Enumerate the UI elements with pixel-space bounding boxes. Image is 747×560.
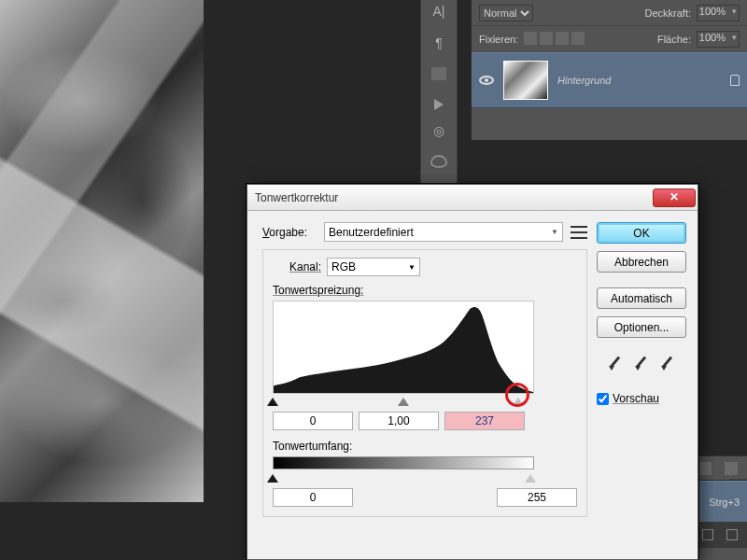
output-gradient[interactable] bbox=[273, 456, 534, 469]
document-image[interactable] bbox=[0, 0, 204, 502]
preview-checkbox-row[interactable]: Vorschau bbox=[597, 392, 686, 405]
right-tool-strip: A| ¶ ◎ bbox=[420, 0, 458, 187]
output-sliders[interactable] bbox=[273, 469, 536, 483]
layer-thumbnail[interactable] bbox=[503, 61, 548, 100]
highlights-slider[interactable] bbox=[513, 398, 524, 406]
levels-dialog: Tonwertkorrektur ✕ Vorgabe: Benutzerdefi… bbox=[247, 184, 698, 560]
type-icon[interactable]: A| bbox=[430, 4, 448, 22]
output-low-slider[interactable] bbox=[267, 474, 278, 483]
new-channel-icon[interactable] bbox=[702, 529, 713, 540]
preset-menu-icon[interactable] bbox=[571, 226, 587, 239]
histogram-label: Tonwertspreizung: bbox=[273, 284, 577, 297]
opacity-label: Deckkraft: bbox=[644, 7, 691, 19]
cancel-button[interactable]: Abbrechen bbox=[597, 251, 686, 273]
midtones-input[interactable] bbox=[359, 412, 439, 430]
dialog-titlebar[interactable]: Tonwertkorrektur ✕ bbox=[247, 185, 698, 211]
output-high-input[interactable] bbox=[497, 488, 577, 507]
fill-label: Fläche: bbox=[657, 34, 691, 45]
target-icon[interactable]: ◎ bbox=[430, 123, 448, 142]
white-eyedropper-icon[interactable] bbox=[659, 355, 676, 371]
trash-icon[interactable] bbox=[725, 462, 738, 475]
swatches-icon[interactable] bbox=[430, 155, 447, 168]
visibility-eye-icon[interactable] bbox=[479, 76, 494, 85]
preview-checkbox[interactable] bbox=[597, 393, 609, 405]
delete-channel-icon[interactable] bbox=[726, 529, 738, 540]
highlights-input[interactable] bbox=[444, 412, 525, 430]
shadows-input[interactable] bbox=[273, 412, 353, 430]
new-layer-icon[interactable] bbox=[698, 462, 712, 475]
channel-shortcut: Strg+3 bbox=[709, 497, 740, 508]
close-button[interactable]: ✕ bbox=[653, 189, 696, 207]
eyedroppers bbox=[597, 355, 686, 371]
preset-select[interactable]: Benutzerdefiniert bbox=[324, 222, 563, 242]
layer-name: Hintergrund bbox=[557, 75, 611, 86]
lock-label: Fixieren: bbox=[479, 34, 518, 45]
channel-select[interactable]: RGB bbox=[327, 258, 420, 276]
lock-icon bbox=[730, 75, 740, 86]
options-button[interactable]: Optionen... bbox=[597, 316, 686, 338]
panel-icon[interactable] bbox=[431, 67, 446, 80]
output-low-input[interactable] bbox=[273, 488, 353, 507]
paragraph-icon[interactable]: ¶ bbox=[430, 35, 448, 54]
blend-mode-select[interactable]: Normal bbox=[479, 5, 533, 21]
preview-label: Vorschau bbox=[613, 392, 659, 405]
play-icon[interactable] bbox=[434, 99, 444, 110]
layer-row-background[interactable]: Hintergrund bbox=[472, 52, 747, 108]
layers-panel: Normal Deckkraft: 100% Fixieren: Fläche:… bbox=[471, 0, 747, 140]
lock-icons[interactable] bbox=[524, 32, 587, 47]
histogram[interactable] bbox=[273, 301, 534, 394]
fill-value[interactable]: 100% bbox=[697, 31, 740, 48]
output-label: Tonwertumfang: bbox=[273, 440, 577, 453]
channel-label: Kanal: bbox=[273, 260, 327, 273]
midtones-slider[interactable] bbox=[398, 398, 409, 406]
output-high-slider[interactable] bbox=[525, 474, 536, 483]
preset-label: Vorgabe: bbox=[262, 226, 324, 239]
opacity-value[interactable]: 100% bbox=[697, 5, 740, 21]
gray-eyedropper-icon[interactable] bbox=[633, 355, 650, 371]
canvas-area bbox=[0, 0, 210, 509]
ok-button[interactable]: OK bbox=[597, 222, 686, 244]
auto-button[interactable]: Automatisch bbox=[597, 287, 686, 309]
black-eyedropper-icon[interactable] bbox=[607, 355, 624, 371]
input-sliders[interactable] bbox=[273, 393, 536, 406]
shadows-slider[interactable] bbox=[267, 398, 278, 406]
dialog-title: Tonwertkorrektur bbox=[255, 191, 338, 204]
